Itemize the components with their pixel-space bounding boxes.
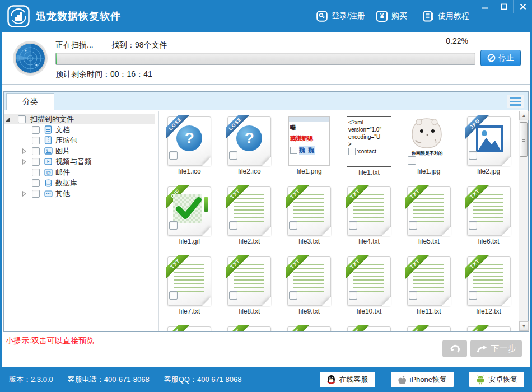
grid-scrollbar[interactable]: ▲ ▼ (519, 111, 528, 331)
checkbox[interactable] (32, 137, 40, 144)
buy-button[interactable]: ¥ 购买 (376, 9, 407, 24)
file-item[interactable]: JPGfile2.jpg (459, 114, 519, 184)
sidebar-item-database[interactable]: 数据库 (4, 178, 158, 188)
file-name: file4.txt (358, 237, 380, 245)
file-checkbox[interactable] (408, 156, 416, 165)
file-name: file5.txt (418, 237, 440, 245)
qq-icon (326, 375, 336, 385)
file-checkbox[interactable] (409, 221, 417, 230)
next-step-label: 下一步 (491, 343, 516, 354)
expander-icon[interactable] (21, 190, 27, 197)
login-register-button[interactable]: 登录/注册 (316, 9, 365, 24)
file-checkbox[interactable] (409, 291, 417, 300)
file-checkbox[interactable] (229, 291, 237, 300)
next-step-button[interactable]: 下一步 (470, 340, 522, 357)
expander-icon[interactable] (21, 148, 27, 155)
qq-text: 客服QQ：400 671 8068 (164, 375, 242, 385)
checkbox[interactable] (32, 179, 40, 187)
file-checkbox[interactable] (349, 221, 357, 230)
view-menu-button[interactable] (507, 95, 524, 108)
android-recovery-button[interactable]: 安卓恢复 (469, 372, 524, 387)
yuan-icon: ¥ (376, 11, 388, 22)
file-checkbox[interactable] (290, 147, 297, 154)
sidebar-item-images[interactable]: 图片 (4, 146, 158, 156)
file-checkbox[interactable] (169, 291, 178, 300)
file-checkbox[interactable] (469, 151, 477, 160)
file-item[interactable]: TXTfile2.txt (220, 184, 279, 254)
scroll-down-button[interactable]: ▼ (519, 321, 529, 331)
scroll-thumb[interactable] (520, 122, 528, 157)
file-checkbox[interactable] (229, 151, 237, 160)
file-checkbox[interactable] (469, 221, 477, 230)
file-checkbox[interactable] (289, 221, 297, 230)
maximize-icon (501, 3, 507, 10)
file-item[interactable]: TXTfile8.txt (220, 254, 279, 324)
file-item[interactable]: TXTfile9.txt (279, 254, 339, 324)
sidebar-item-media[interactable]: 视频与音频 (4, 156, 158, 167)
file-name: file2.ico (238, 167, 261, 175)
stop-button[interactable]: 停止 (480, 50, 521, 66)
file-item[interactable]: TXTfile6.txt (459, 184, 519, 254)
checkbox[interactable] (32, 190, 40, 198)
scroll-up-button[interactable]: ▲ (519, 111, 529, 120)
file-item-partial: TXT (459, 324, 519, 331)
footer-bar: 版本：2.3.0.0 客服电话：400-671-8068 客服QQ：400 67… (0, 367, 532, 392)
file-item[interactable]: TXTfile5.txt (399, 184, 459, 254)
file-item[interactable]: TXTfile4.txt (339, 184, 399, 254)
iphone-recovery-button[interactable]: iPhone恢复 (391, 372, 454, 387)
file-item[interactable]: 你画熊是不对的file1.jpg (399, 114, 459, 184)
file-item[interactable]: TXTfile10.txt (339, 254, 399, 324)
file-item[interactable]: 曝藏賺新骢魏 魏file1.png (279, 114, 339, 184)
sidebar-item-label: 文档 (55, 125, 70, 135)
checkbox[interactable] (32, 158, 40, 166)
app-logo-icon (7, 5, 30, 27)
root-checkbox[interactable] (18, 115, 26, 123)
minimize-button[interactable] (475, 0, 494, 13)
ribbon: TXT (286, 255, 314, 283)
back-button[interactable] (442, 340, 467, 357)
scan-progress-panel: 正在扫描... 找到：98个文件 0.22% 预计剩余时间：00：16：41 停… (2, 32, 530, 85)
file-item-partial: TXT (160, 324, 220, 331)
file-item-partial: TXT (339, 324, 399, 331)
file-checkbox[interactable] (349, 291, 357, 300)
apple-icon (398, 375, 407, 385)
file-checkbox[interactable] (469, 291, 477, 300)
file-checkbox[interactable] (348, 148, 356, 155)
key-icon (316, 11, 328, 22)
checkbox[interactable] (32, 126, 40, 134)
hint-text: 小提示:双击可以直接预览 (6, 336, 94, 346)
file-name: file3.txt (298, 237, 320, 245)
file-checkbox[interactable] (229, 221, 237, 230)
sidebar-item-label: 数据库 (55, 178, 77, 188)
online-support-button[interactable]: 在线客服 (320, 372, 375, 387)
tutorial-button[interactable]: 使用教程 (423, 9, 469, 24)
ribbon: TXT (405, 325, 433, 331)
sidebar-item-mail[interactable]: @邮件 (4, 167, 158, 178)
file-item[interactable]: GIFfile1.gif (160, 184, 220, 254)
tab-category[interactable]: 分类 (6, 93, 54, 110)
file-item[interactable]: TXTfile7.txt (160, 254, 220, 324)
expander-icon[interactable] (4, 116, 11, 123)
file-checkbox[interactable] (169, 151, 178, 160)
file-item[interactable]: LOSE?file2.ico (220, 114, 279, 184)
ribbon: TXT (405, 255, 433, 283)
expander-icon[interactable] (21, 158, 27, 165)
file-item[interactable]: TXTfile3.txt (279, 184, 339, 254)
sidebar-item-archives[interactable]: 压缩包 (4, 135, 158, 146)
sidebar-item-docs[interactable]: 文档 (4, 124, 158, 135)
file-item[interactable]: <?xmlversion="1.0"encoding="U>:contactfi… (339, 114, 399, 184)
close-button[interactable] (513, 0, 532, 13)
file-checkbox[interactable] (169, 221, 178, 230)
file-name: file11.txt (417, 307, 441, 315)
file-checkbox[interactable] (289, 291, 297, 300)
image-icon (43, 147, 53, 156)
file-item[interactable]: TXTfile11.txt (399, 254, 459, 324)
file-item[interactable]: TXTfile12.txt (459, 254, 519, 324)
sidebar-item-root[interactable]: 扫描到的文件 (4, 114, 155, 124)
checkbox[interactable] (32, 169, 40, 176)
file-item[interactable]: LOSE?file1.ico (160, 114, 220, 184)
sidebar-item-other[interactable]: 其他 (4, 188, 158, 199)
maximize-button[interactable] (494, 0, 513, 13)
checkbox[interactable] (32, 147, 40, 155)
forward-arrow-icon (477, 344, 488, 353)
